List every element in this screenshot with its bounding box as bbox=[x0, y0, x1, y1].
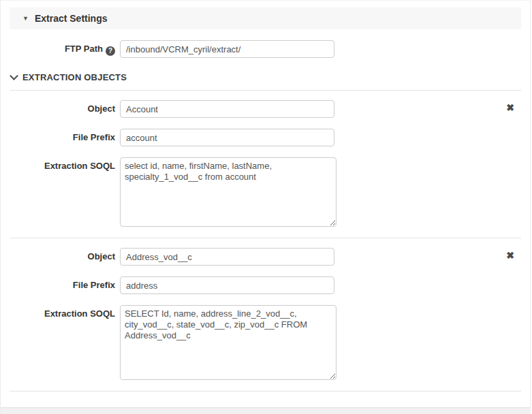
extraction-object-block: ✖ Object File Prefix Extraction SOQL sel… bbox=[10, 100, 521, 227]
help-icon[interactable]: ? bbox=[106, 46, 115, 56]
file-prefix-input[interactable] bbox=[120, 129, 334, 146]
section-title: EXTRACTION OBJECTS bbox=[22, 72, 127, 82]
extract-settings-page: ▼ Extract Settings FTP Path? EXTRACTION … bbox=[0, 0, 531, 414]
divider bbox=[10, 391, 521, 392]
extraction-soql-label: Extraction SOQL bbox=[10, 157, 120, 171]
object-row: Object bbox=[10, 248, 521, 266]
file-prefix-label: File Prefix bbox=[10, 129, 120, 142]
remove-object-button[interactable]: ✖ bbox=[506, 251, 514, 260]
extraction-soql-label: Extraction SOQL bbox=[10, 305, 120, 319]
file-prefix-input[interactable] bbox=[120, 276, 334, 294]
chevron-down-icon bbox=[10, 71, 18, 80]
object-input[interactable] bbox=[120, 100, 334, 118]
object-input[interactable] bbox=[120, 248, 334, 266]
object-label: Object bbox=[10, 248, 120, 261]
remove-object-button[interactable]: ✖ bbox=[506, 103, 514, 112]
extraction-soql-textarea[interactable]: select id, name, firstName, lastName, sp… bbox=[120, 157, 337, 227]
divider bbox=[10, 90, 521, 91]
file-prefix-row: File Prefix bbox=[10, 276, 521, 294]
file-prefix-label: File Prefix bbox=[10, 276, 120, 290]
object-label: Object bbox=[10, 100, 120, 114]
ftp-path-label: FTP Path? bbox=[10, 40, 120, 56]
extraction-object-block: ✖ Object File Prefix Extraction SOQL SEL… bbox=[10, 248, 521, 380]
ftp-path-row: FTP Path? bbox=[10, 40, 521, 58]
extract-settings-header[interactable]: ▼ Extract Settings bbox=[10, 7, 521, 29]
object-row: Object bbox=[10, 100, 521, 118]
ftp-path-input[interactable] bbox=[120, 40, 334, 58]
file-prefix-row: File Prefix bbox=[10, 129, 521, 146]
panel-title: Extract Settings bbox=[35, 13, 108, 24]
page-bottom-edge bbox=[1, 407, 530, 414]
extraction-soql-row: Extraction SOQL SELECT Id, name, address… bbox=[10, 305, 521, 380]
extraction-objects-section-header[interactable]: EXTRACTION OBJECTS bbox=[10, 72, 521, 82]
extraction-soql-textarea[interactable]: SELECT Id, name, address_line_2_vod__c, … bbox=[120, 305, 337, 380]
collapse-caret-icon: ▼ bbox=[22, 15, 29, 22]
extraction-soql-row: Extraction SOQL select id, name, firstNa… bbox=[10, 157, 521, 227]
divider bbox=[10, 238, 521, 238]
